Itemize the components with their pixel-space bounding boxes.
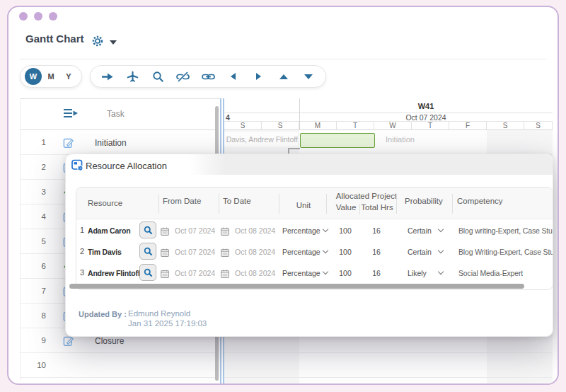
link-icon[interactable] (201, 69, 215, 83)
col-divider (279, 194, 279, 214)
day-cell: S (262, 122, 299, 130)
view-switcher: W M Y (20, 65, 82, 88)
day-cell: T (412, 122, 449, 130)
page-title: Gantt Chart (25, 33, 84, 45)
modal-header-band (190, 154, 553, 175)
col-probability: Probability (405, 197, 443, 205)
search-icon[interactable] (151, 69, 165, 83)
col-to-date: To Date (223, 197, 251, 205)
col-divider (158, 194, 159, 214)
col-competency: Competency (457, 197, 503, 205)
move-right-icon[interactable] (251, 69, 265, 83)
prev-week-date-fragment: 4 (226, 113, 230, 122)
critical-path-plane-icon[interactable] (126, 69, 140, 83)
calendar-icon[interactable] (161, 226, 169, 238)
task-bar-label: Initiation (386, 135, 415, 144)
timeline-date-row: 4 Oct 07 2024 (224, 113, 553, 122)
total-hours: 16 (362, 226, 391, 235)
row-number: 3 (30, 188, 46, 196)
allocation-row: 1Adam CaronOct 07 2024Oct 08 2024Percent… (76, 219, 553, 241)
resource-search-button[interactable] (139, 221, 156, 238)
from-date-value[interactable]: Oct 07 2024 (175, 248, 215, 256)
unit-select[interactable]: Percentage (282, 248, 320, 256)
row-menu-icon[interactable] (63, 108, 79, 122)
competency-value: Social Media-Expert (458, 269, 523, 277)
move-up-icon[interactable] (277, 69, 291, 83)
day-cell: W (374, 122, 412, 130)
chevron-down-icon[interactable] (323, 269, 328, 275)
resource-name: Tim Davis (88, 248, 122, 256)
unlink-icon[interactable] (176, 69, 190, 83)
to-date-value[interactable]: Oct 08 2024 (235, 248, 275, 256)
resource-search-button[interactable] (139, 264, 156, 281)
task-name: Initiation (95, 138, 127, 148)
move-down-icon[interactable] (301, 69, 316, 83)
to-date-value[interactable]: Oct 08 2024 (235, 226, 275, 235)
view-year-button[interactable]: Y (60, 72, 77, 81)
allocated-value[interactable]: 100 (331, 248, 359, 256)
chevron-down-icon[interactable] (323, 226, 328, 232)
probability-select[interactable]: Likely (408, 269, 427, 277)
row-number: 10 (30, 361, 46, 369)
gantt-timeline-header: W41 4 Oct 07 2024 SSMTWTFSS (224, 98, 553, 130)
col-value: Value (332, 203, 360, 212)
row-number: 7 (30, 287, 46, 295)
week-label: W41 (299, 102, 553, 110)
modal-horizontal-scrollbar[interactable] (69, 284, 524, 289)
from-date-value[interactable]: Oct 07 2024 (175, 269, 215, 277)
to-date-value[interactable]: Oct 08 2024 (235, 269, 275, 277)
row-number: 8 (30, 311, 46, 320)
row-number: 6 (30, 262, 46, 270)
chevron-down-icon[interactable] (438, 248, 444, 253)
edit-task-icon[interactable] (63, 137, 74, 149)
competency-value: Blog writing-Expert, Case Studies (458, 226, 553, 235)
unit-select[interactable]: Percentage (282, 269, 320, 277)
col-resource: Resource (88, 199, 122, 207)
calendar-icon[interactable] (161, 247, 169, 260)
row-number: 4 (30, 212, 46, 221)
chevron-down-icon[interactable] (438, 226, 444, 232)
day-cell: T (337, 122, 374, 130)
col-unit: Unit (287, 201, 320, 209)
updated-by-label: Updated By : (79, 310, 127, 318)
allocated-value[interactable]: 100 (331, 226, 359, 235)
view-month-button[interactable]: M (42, 72, 59, 81)
allocation-table-header: Resource From Date To Date Unit Allocate… (76, 188, 553, 219)
probability-select[interactable]: Certain (408, 226, 432, 235)
row-number: 9 (30, 336, 46, 345)
probability-select[interactable]: Certain (408, 248, 432, 256)
task-bar-initiation[interactable] (300, 133, 375, 148)
title-dropdown-caret-icon[interactable] (110, 40, 117, 45)
day-cell: F (449, 122, 487, 130)
allocated-value[interactable]: 100 (331, 269, 359, 277)
gantt-toolbar (90, 65, 326, 88)
task-column-header: Task (107, 109, 125, 119)
from-date-value[interactable]: Oct 07 2024 (175, 226, 215, 235)
edit-task-icon[interactable] (63, 335, 74, 347)
dependency-connector (288, 148, 300, 149)
calendar-icon[interactable] (161, 268, 169, 281)
task-table-header: Task (21, 98, 216, 130)
chevron-down-icon[interactable] (438, 269, 444, 275)
chevron-down-icon[interactable] (323, 248, 328, 253)
move-left-icon[interactable] (226, 69, 241, 83)
task-row[interactable]: 1Initiation (21, 130, 216, 155)
view-week-button[interactable]: W (25, 68, 42, 85)
total-hours: 16 (362, 269, 391, 277)
calendar-icon[interactable] (221, 226, 229, 238)
task-row[interactable]: 10 (21, 353, 216, 378)
row-number: 2 (30, 163, 46, 171)
resource-search-button[interactable] (139, 243, 156, 260)
competency-value: Blog Writing-Expert, Case Studies (458, 248, 553, 256)
total-hours: 16 (362, 248, 391, 256)
calendar-icon[interactable] (221, 247, 229, 260)
day-cell: S (524, 122, 553, 130)
updated-by-name: Edmund Reynold (128, 309, 190, 318)
col-divider (396, 194, 397, 214)
window-dot-1 (19, 12, 28, 21)
go-to-task-icon[interactable] (100, 69, 115, 83)
settings-gear-icon[interactable] (92, 35, 103, 50)
calendar-icon[interactable] (221, 268, 229, 281)
unit-select[interactable]: Percentage (282, 226, 320, 235)
col-divider (326, 194, 327, 214)
